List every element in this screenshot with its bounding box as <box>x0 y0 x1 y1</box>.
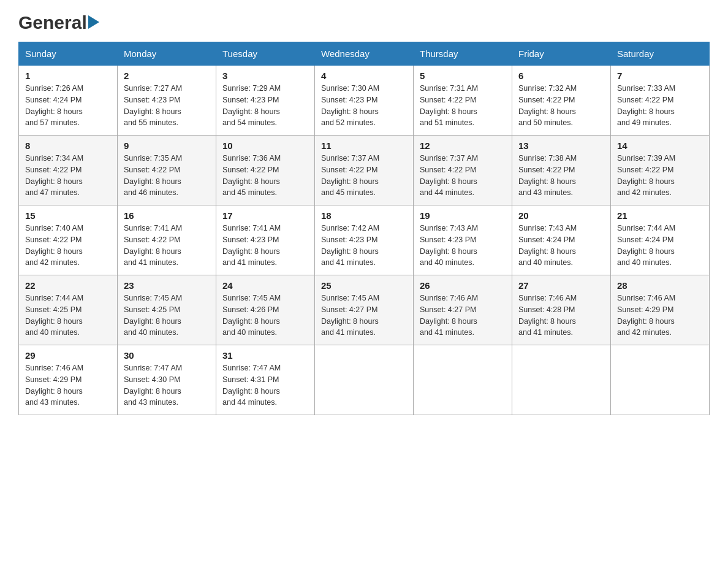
day-info: Sunrise: 7:37 AMSunset: 4:22 PMDaylight:… <box>420 154 478 197</box>
day-info: Sunrise: 7:41 AMSunset: 4:22 PMDaylight:… <box>124 224 182 267</box>
day-number: 16 <box>124 210 210 221</box>
day-cell: 10 Sunrise: 7:36 AMSunset: 4:22 PMDaylig… <box>216 136 315 205</box>
day-cell: 15 Sunrise: 7:40 AMSunset: 4:22 PMDaylig… <box>19 205 118 275</box>
day-cell: 2 Sunrise: 7:27 AMSunset: 4:23 PMDayligh… <box>118 66 216 136</box>
day-number: 21 <box>617 210 703 221</box>
day-number: 28 <box>617 280 703 291</box>
day-info: Sunrise: 7:42 AMSunset: 4:23 PMDaylight:… <box>321 224 379 267</box>
day-number: 1 <box>25 71 111 81</box>
weekday-header-sunday: Sunday <box>19 42 118 66</box>
day-cell: 24 Sunrise: 7:45 AMSunset: 4:26 PMDaylig… <box>216 275 315 345</box>
weekday-header-saturday: Saturday <box>611 42 710 66</box>
day-info: Sunrise: 7:46 AMSunset: 4:27 PMDaylight:… <box>420 294 478 337</box>
day-cell: 12 Sunrise: 7:37 AMSunset: 4:22 PMDaylig… <box>414 136 512 205</box>
day-number: 14 <box>617 140 703 151</box>
day-cell: 25 Sunrise: 7:45 AMSunset: 4:27 PMDaylig… <box>315 275 414 345</box>
day-number: 8 <box>25 140 111 151</box>
day-cell <box>414 345 512 415</box>
day-info: Sunrise: 7:46 AMSunset: 4:29 PMDaylight:… <box>617 294 675 337</box>
day-number: 29 <box>25 350 111 361</box>
day-cell: 14 Sunrise: 7:39 AMSunset: 4:22 PMDaylig… <box>611 136 710 205</box>
day-cell: 7 Sunrise: 7:33 AMSunset: 4:22 PMDayligh… <box>611 66 710 136</box>
day-number: 23 <box>124 280 210 291</box>
day-info: Sunrise: 7:45 AMSunset: 4:26 PMDaylight:… <box>222 294 281 337</box>
day-cell: 23 Sunrise: 7:45 AMSunset: 4:25 PMDaylig… <box>118 275 216 345</box>
weekday-header-thursday: Thursday <box>414 42 512 66</box>
weekday-header-monday: Monday <box>118 42 216 66</box>
day-cell: 19 Sunrise: 7:43 AMSunset: 4:23 PMDaylig… <box>414 205 512 275</box>
day-number: 13 <box>518 140 604 151</box>
day-info: Sunrise: 7:29 AMSunset: 4:23 PMDaylight:… <box>222 84 281 127</box>
day-cell: 16 Sunrise: 7:41 AMSunset: 4:22 PMDaylig… <box>118 205 216 275</box>
day-cell: 17 Sunrise: 7:41 AMSunset: 4:23 PMDaylig… <box>216 205 315 275</box>
day-cell: 3 Sunrise: 7:29 AMSunset: 4:23 PMDayligh… <box>216 66 315 136</box>
day-info: Sunrise: 7:44 AMSunset: 4:24 PMDaylight:… <box>617 224 675 267</box>
day-cell <box>315 345 414 415</box>
day-cell: 18 Sunrise: 7:42 AMSunset: 4:23 PMDaylig… <box>315 205 414 275</box>
day-cell: 30 Sunrise: 7:47 AMSunset: 4:30 PMDaylig… <box>118 345 216 415</box>
weekday-header-tuesday: Tuesday <box>216 42 315 66</box>
week-row-4: 22 Sunrise: 7:44 AMSunset: 4:25 PMDaylig… <box>19 275 710 345</box>
day-cell: 13 Sunrise: 7:38 AMSunset: 4:22 PMDaylig… <box>512 136 611 205</box>
day-number: 31 <box>222 350 308 361</box>
day-info: Sunrise: 7:34 AMSunset: 4:22 PMDaylight:… <box>25 154 83 197</box>
day-info: Sunrise: 7:44 AMSunset: 4:25 PMDaylight:… <box>25 294 83 337</box>
day-number: 4 <box>321 71 407 81</box>
week-row-2: 8 Sunrise: 7:34 AMSunset: 4:22 PMDayligh… <box>19 136 710 205</box>
day-info: Sunrise: 7:40 AMSunset: 4:22 PMDaylight:… <box>25 224 83 267</box>
day-number: 15 <box>25 210 111 221</box>
day-number: 5 <box>420 71 506 81</box>
day-cell: 6 Sunrise: 7:32 AMSunset: 4:22 PMDayligh… <box>512 66 611 136</box>
day-number: 2 <box>124 71 210 81</box>
day-info: Sunrise: 7:32 AMSunset: 4:22 PMDaylight:… <box>518 84 577 127</box>
day-info: Sunrise: 7:47 AMSunset: 4:31 PMDaylight:… <box>222 364 281 407</box>
day-info: Sunrise: 7:43 AMSunset: 4:24 PMDaylight:… <box>518 224 577 267</box>
calendar-table: SundayMondayTuesdayWednesdayThursdayFrid… <box>18 42 710 415</box>
day-info: Sunrise: 7:35 AMSunset: 4:22 PMDaylight:… <box>124 154 182 197</box>
day-cell: 27 Sunrise: 7:46 AMSunset: 4:28 PMDaylig… <box>512 275 611 345</box>
day-cell <box>512 345 611 415</box>
day-info: Sunrise: 7:26 AMSunset: 4:24 PMDaylight:… <box>25 84 83 127</box>
logo-general-text: General <box>18 12 87 33</box>
day-number: 27 <box>518 280 604 291</box>
page-header: General <box>18 12 710 29</box>
day-info: Sunrise: 7:41 AMSunset: 4:23 PMDaylight:… <box>222 224 281 267</box>
day-cell: 31 Sunrise: 7:47 AMSunset: 4:31 PMDaylig… <box>216 345 315 415</box>
day-info: Sunrise: 7:45 AMSunset: 4:27 PMDaylight:… <box>321 294 379 337</box>
weekday-header-row: SundayMondayTuesdayWednesdayThursdayFrid… <box>19 42 710 66</box>
week-row-5: 29 Sunrise: 7:46 AMSunset: 4:29 PMDaylig… <box>19 345 710 415</box>
day-cell: 22 Sunrise: 7:44 AMSunset: 4:25 PMDaylig… <box>19 275 118 345</box>
day-info: Sunrise: 7:47 AMSunset: 4:30 PMDaylight:… <box>124 364 182 407</box>
day-cell: 21 Sunrise: 7:44 AMSunset: 4:24 PMDaylig… <box>611 205 710 275</box>
day-cell: 4 Sunrise: 7:30 AMSunset: 4:23 PMDayligh… <box>315 66 414 136</box>
day-number: 6 <box>518 71 604 81</box>
day-number: 24 <box>222 280 308 291</box>
day-number: 25 <box>321 280 407 291</box>
logo: General <box>18 12 100 29</box>
day-number: 9 <box>124 140 210 151</box>
day-number: 26 <box>420 280 506 291</box>
day-number: 20 <box>518 210 604 221</box>
day-cell: 5 Sunrise: 7:31 AMSunset: 4:22 PMDayligh… <box>414 66 512 136</box>
day-info: Sunrise: 7:46 AMSunset: 4:29 PMDaylight:… <box>25 364 83 407</box>
day-info: Sunrise: 7:37 AMSunset: 4:22 PMDaylight:… <box>321 154 379 197</box>
day-info: Sunrise: 7:30 AMSunset: 4:23 PMDaylight:… <box>321 84 379 127</box>
day-info: Sunrise: 7:33 AMSunset: 4:22 PMDaylight:… <box>617 84 675 127</box>
day-cell: 26 Sunrise: 7:46 AMSunset: 4:27 PMDaylig… <box>414 275 512 345</box>
day-cell: 11 Sunrise: 7:37 AMSunset: 4:22 PMDaylig… <box>315 136 414 205</box>
day-info: Sunrise: 7:27 AMSunset: 4:23 PMDaylight:… <box>124 84 182 127</box>
day-cell <box>611 345 710 415</box>
day-number: 7 <box>617 71 703 81</box>
week-row-3: 15 Sunrise: 7:40 AMSunset: 4:22 PMDaylig… <box>19 205 710 275</box>
logo-arrow-icon <box>88 15 99 30</box>
day-cell: 20 Sunrise: 7:43 AMSunset: 4:24 PMDaylig… <box>512 205 611 275</box>
svg-marker-0 <box>88 15 99 29</box>
day-number: 3 <box>222 71 308 81</box>
day-number: 11 <box>321 140 407 151</box>
day-info: Sunrise: 7:46 AMSunset: 4:28 PMDaylight:… <box>518 294 577 337</box>
week-row-1: 1 Sunrise: 7:26 AMSunset: 4:24 PMDayligh… <box>19 66 710 136</box>
day-number: 30 <box>124 350 210 361</box>
weekday-header-wednesday: Wednesday <box>315 42 414 66</box>
day-cell: 28 Sunrise: 7:46 AMSunset: 4:29 PMDaylig… <box>611 275 710 345</box>
day-number: 10 <box>222 140 308 151</box>
